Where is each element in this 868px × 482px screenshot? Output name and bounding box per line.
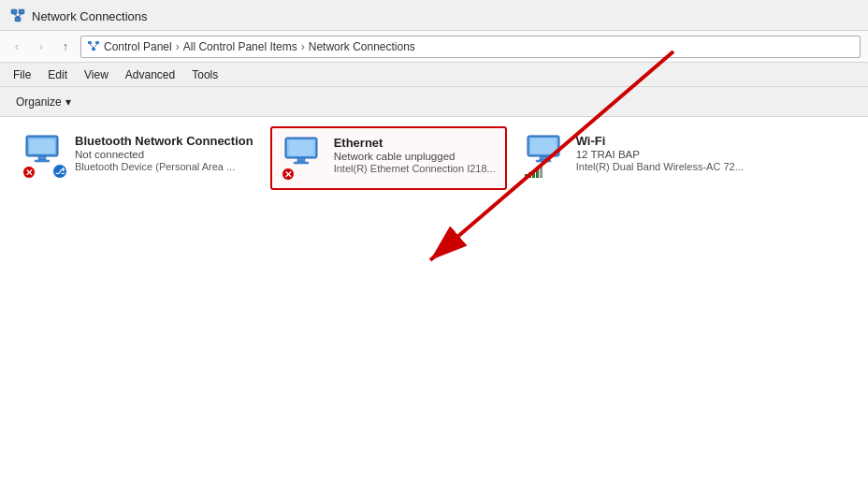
path-sep-2: › [301,40,305,53]
window: Network Connections ‹ › ↑ Control Panel … [0,0,868,482]
back-button[interactable]: ‹ [7,37,26,56]
path-control-panel: Control Panel [104,40,172,53]
window-icon [9,7,26,24]
menu-file[interactable]: File [6,66,38,84]
up-button[interactable]: ↑ [56,37,75,56]
error-badge-ethernet: ✕ [282,168,295,181]
ethernet-desc: Intel(R) Ethernet Connection I218... [334,163,496,174]
svg-rect-5 [88,41,92,44]
svg-line-8 [90,44,94,48]
organize-chevron: ▾ [65,95,71,109]
signal-bars [524,166,543,179]
error-badge-bluetooth: ✕ [22,166,36,179]
network-item-wifi[interactable]: Wi-Fi 12 TRAI BAP Intel(R) Dual Band Wir… [514,126,753,186]
wifi-desc: Intel(R) Dual Band Wireless-AC 72... [576,161,744,172]
network-item-ethernet[interactable]: ✕ Ethernet Network cable unplugged Intel… [270,126,507,190]
ethernet-info: Ethernet Network cable unplugged Intel(R… [334,136,496,174]
svg-rect-6 [95,41,99,44]
wifi-name: Wi-Fi [576,134,744,148]
path-icon [87,40,100,53]
toolbar: Organize ▾ [0,87,868,117]
path-sep-1: › [176,40,180,53]
computer-icon-wifi [524,134,563,169]
svg-rect-13 [38,156,46,160]
path-all-items: All Control Panel Items [183,40,297,53]
svg-rect-12 [30,139,54,153]
path-network-connections: Network Connections [309,40,415,53]
bluetooth-desc: Bluetooth Device (Personal Area ... [75,161,253,172]
menu-tools[interactable]: Tools [184,66,225,84]
bluetooth-info: Bluetooth Network Connection Not connect… [75,134,253,172]
bluetooth-status: Not connected [75,149,253,160]
ethernet-status: Network cable unplugged [334,151,496,162]
svg-rect-0 [11,9,17,14]
menu-edit[interactable]: Edit [40,66,75,84]
organize-button[interactable]: Organize ▾ [7,92,80,112]
bluetooth-name: Bluetooth Network Connection [75,134,253,148]
svg-rect-25 [536,160,551,162]
svg-rect-2 [15,17,21,22]
address-bar: ‹ › ↑ Control Panel › All Control Panel … [0,31,868,63]
window-title: Network Connections [32,9,148,23]
wifi-status: 12 TRAI BAP [576,149,744,160]
address-path[interactable]: Control Panel › All Control Panel Items … [80,36,861,58]
svg-line-4 [18,14,22,17]
svg-rect-1 [19,9,24,14]
title-bar: Network Connections [0,0,868,31]
svg-line-9 [94,44,97,48]
content-area: ✕ ⎇ Bluetooth Network Connection Not con… [0,117,868,482]
svg-rect-18 [289,140,313,155]
wifi-info: Wi-Fi 12 TRAI BAP Intel(R) Dual Band Wir… [576,134,744,172]
menu-bar: File Edit View Advanced Tools [0,63,868,87]
svg-rect-7 [92,48,95,51]
bluetooth-badge: ⎇ [52,164,67,179]
wifi-icon-wrap [524,134,569,179]
ethernet-icon-wrap: ✕ [282,136,326,181]
computer-icon-ethernet [282,136,321,171]
svg-rect-24 [540,156,547,160]
menu-view[interactable]: View [77,66,116,84]
svg-rect-23 [531,139,556,153]
organize-label: Organize [16,95,62,109]
menu-advanced[interactable]: Advanced [118,66,182,84]
svg-rect-19 [297,158,305,162]
svg-rect-14 [35,160,50,162]
network-item-bluetooth[interactable]: ✕ ⎇ Bluetooth Network Connection Not con… [13,126,263,186]
forward-button[interactable]: › [32,37,51,56]
svg-rect-20 [294,162,309,164]
bluetooth-icon-wrap: ✕ ⎇ [22,134,67,179]
svg-line-3 [14,14,18,17]
ethernet-name: Ethernet [334,136,496,150]
